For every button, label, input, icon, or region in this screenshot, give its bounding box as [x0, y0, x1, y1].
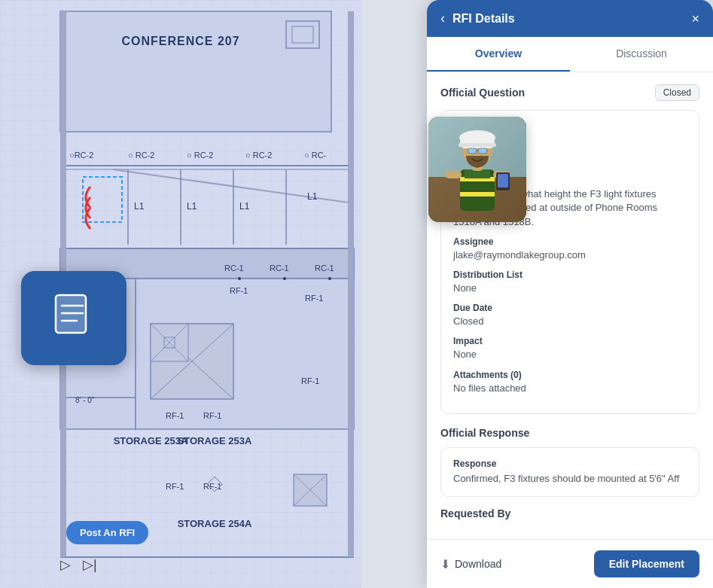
assignee-value: jlake@raymondlakegroup.com	[453, 248, 687, 262]
svg-rect-58	[348, 11, 354, 557]
impact-field: Impact None	[453, 336, 687, 361]
tab-overview[interactable]: Overview	[427, 37, 570, 72]
svg-text:L1: L1	[134, 201, 145, 212]
svg-text:RF-1: RF-1	[166, 482, 184, 491]
status-badge: Closed	[655, 84, 699, 101]
svg-point-36	[328, 277, 331, 280]
response-card: Response Confirmed, F3 fixtures should b…	[440, 447, 699, 497]
edit-placement-button[interactable]: Edit Placement	[594, 550, 699, 577]
panel-header: ‹ RFI Details ×	[427, 0, 713, 37]
attachments-field: Attachments (0) No files attached	[453, 370, 687, 395]
official-question-label: Official Question	[440, 87, 525, 99]
svg-text:○ RC-2: ○ RC-2	[128, 151, 154, 160]
svg-point-34	[238, 277, 241, 280]
post-rfi-button[interactable]: Post An RFI	[66, 521, 148, 544]
document-icon	[50, 291, 98, 346]
download-icon: ⬇	[440, 557, 450, 571]
bottom-controls: ▷ ▷|	[60, 556, 97, 573]
svg-point-85	[480, 148, 486, 154]
download-button[interactable]: ⬇ Download	[440, 557, 501, 571]
download-label: Download	[455, 558, 501, 570]
svg-rect-72	[445, 171, 462, 178]
response-value: Confirmed, F3 fixtures should be mounted…	[453, 472, 687, 486]
back-button[interactable]: ‹	[440, 11, 445, 26]
assignee-field: Assignee jlake@raymondlakegroup.com	[453, 236, 687, 262]
assignee-label: Assignee	[453, 236, 687, 247]
svg-text:L1: L1	[187, 201, 197, 212]
blueprint-area: CONFERENCE 207 ○RC-2 ○ RC-2 ○ RC-2 ○ RC-…	[0, 0, 361, 588]
svg-text:RF-1: RF-1	[305, 294, 323, 303]
distribution-list-field: Distribution List None	[453, 270, 687, 295]
svg-text:STORAGE 254A: STORAGE 254A	[178, 518, 252, 529]
official-response-section: Official Response Response Confirmed, F3…	[440, 426, 699, 497]
svg-text:○ RC-2: ○ RC-2	[187, 151, 213, 160]
close-button[interactable]: ×	[691, 12, 699, 26]
svg-rect-80	[459, 143, 496, 147]
requested-by-label: Requested By	[440, 507, 699, 519]
distribution-list-value: None	[453, 282, 687, 295]
response-label: Response	[453, 459, 687, 469]
svg-text:STORAGE 253A: STORAGE 253A	[178, 435, 252, 446]
attachments-label: Attachments (0)	[453, 370, 687, 380]
panel-title: RFI Details	[452, 12, 515, 26]
svg-text:L1: L1	[239, 201, 250, 212]
svg-text:○RC-2: ○RC-2	[69, 151, 93, 160]
distribution-list-label: Distribution List	[453, 270, 687, 280]
svg-text:CONFERENCE  207: CONFERENCE 207	[121, 35, 239, 47]
panel-header-left: ‹ RFI Details	[440, 11, 515, 26]
svg-text:L1: L1	[307, 191, 318, 202]
svg-rect-75	[498, 174, 508, 187]
panel-footer: ⬇ Download Edit Placement	[427, 539, 713, 588]
svg-text:○ RC-2: ○ RC-2	[245, 151, 272, 160]
svg-text:RF-1: RF-1	[166, 411, 184, 420]
attachments-value: No files attached	[453, 382, 687, 395]
svg-text:RF-1: RF-1	[203, 411, 221, 420]
due-date-value: Closed	[453, 315, 687, 328]
impact-label: Impact	[453, 336, 687, 346]
impact-value: None	[453, 348, 687, 361]
play-button[interactable]: ▷	[60, 556, 71, 573]
rfi-icon-box	[21, 271, 126, 365]
svg-point-84	[469, 148, 475, 154]
svg-rect-70	[460, 192, 495, 197]
main-container: CONFERENCE 207 ○RC-2 ○ RC-2 ○ RC-2 ○ RC-…	[0, 0, 713, 588]
svg-rect-2	[60, 11, 331, 132]
blueprint-bg: CONFERENCE 207 ○RC-2 ○ RC-2 ○ RC-2 ○ RC-…	[0, 0, 361, 588]
svg-text:RC-1: RC-1	[315, 264, 334, 273]
tab-discussion[interactable]: Discussion	[570, 37, 713, 72]
worker-profile-image	[428, 117, 526, 222]
tabs-container: Overview Discussion	[427, 37, 713, 72]
svg-point-35	[283, 277, 286, 280]
rfi-panel: ‹ RFI Details × Overview Discussion Offi…	[427, 0, 713, 588]
svg-text:RF-1: RF-1	[230, 286, 248, 295]
skip-button[interactable]: ▷|	[83, 556, 97, 573]
svg-text:RF-1: RF-1	[301, 376, 319, 385]
svg-text:RC-1: RC-1	[224, 264, 244, 273]
due-date-field: Due Date Closed	[453, 303, 687, 328]
svg-text:RC-1: RC-1	[270, 264, 289, 273]
svg-text:○ RC-: ○ RC-	[304, 151, 327, 160]
official-question-header: Official Question Closed	[440, 84, 699, 101]
official-response-label: Official Response	[440, 427, 529, 439]
due-date-label: Due Date	[453, 303, 687, 313]
